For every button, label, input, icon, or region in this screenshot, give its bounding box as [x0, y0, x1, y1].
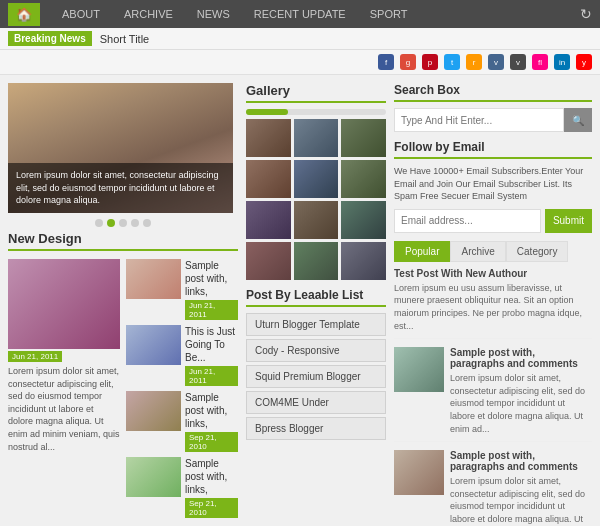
- dot-5[interactable]: [143, 219, 151, 227]
- gallery-thumb-11[interactable]: [294, 242, 339, 280]
- right-post-0-title: Test Post With New Authour: [394, 268, 592, 279]
- side-item-2-date: Sep 21, 2010: [185, 432, 238, 452]
- side-item-1: This is Just Going To Be... Jun 21, 2011: [126, 325, 238, 386]
- side-item-3: Sample post with, links, Sep 21, 2010: [126, 457, 238, 518]
- social-icons-row: f g p t r v v fl in y: [0, 50, 600, 75]
- linkedin-icon[interactable]: in: [554, 54, 570, 70]
- flickr-icon[interactable]: fl: [532, 54, 548, 70]
- new-design-large-item: Jun 21, 2011 Lorem ipsum dolor sit amet,…: [8, 259, 120, 518]
- tab-popular[interactable]: Popular: [394, 241, 450, 262]
- search-bar: 🔍: [394, 108, 592, 132]
- side-item-1-title: This is Just Going To Be...: [185, 325, 238, 364]
- nav-recent-update[interactable]: RECENT UPDATE: [242, 0, 358, 28]
- right-post-2-content: Sample post with, paragraphs and comment…: [450, 450, 592, 526]
- post-list-item-4[interactable]: Bpress Blogger: [246, 417, 386, 440]
- youtube-icon[interactable]: y: [576, 54, 592, 70]
- hero-overlay: Lorem ipsum dolor sit amet, consectetur …: [8, 163, 233, 213]
- side-item-1-date: Jun 21, 2011: [185, 366, 238, 386]
- facebook-icon[interactable]: f: [378, 54, 394, 70]
- right-post-2-title: Sample post with, paragraphs and comment…: [450, 450, 592, 472]
- dot-3[interactable]: [119, 219, 127, 227]
- side-item-3-title: Sample post with, links,: [185, 457, 238, 496]
- nav-sport[interactable]: SPORT: [358, 0, 420, 28]
- right-post-2: Sample post with, paragraphs and comment…: [394, 450, 592, 526]
- scroll-thumb: [246, 109, 288, 115]
- gallery-thumb-7[interactable]: [246, 201, 291, 239]
- post-list-title: Post By Leaable List: [246, 288, 386, 307]
- nav-about[interactable]: ABOUT: [50, 0, 112, 28]
- rss-icon[interactable]: r: [466, 54, 482, 70]
- gallery-scrollbar: [246, 109, 386, 115]
- side-item-2-info: Sample post with, links, Sep 21, 2010: [185, 391, 238, 452]
- refresh-icon[interactable]: ↻: [580, 6, 592, 22]
- side-item-3-date: Sep 21, 2010: [185, 498, 238, 518]
- gallery-thumb-1[interactable]: [246, 119, 291, 157]
- gallery-thumb-9[interactable]: [341, 201, 386, 239]
- right-post-1-title: Sample post with, paragraphs and comment…: [450, 347, 592, 369]
- search-title: Search Box: [394, 83, 592, 102]
- submit-button[interactable]: Submit: [545, 209, 592, 233]
- nav-news[interactable]: NEWS: [185, 0, 242, 28]
- gallery-thumb-2[interactable]: [294, 119, 339, 157]
- main-container: Lorem ipsum dolor sit amet, consectetur …: [0, 75, 600, 526]
- side-item-2-image: [126, 391, 181, 431]
- slideshow-dots: [8, 219, 238, 227]
- side-item-1-info: This is Just Going To Be... Jun 21, 2011: [185, 325, 238, 386]
- tab-category[interactable]: Category: [506, 241, 569, 262]
- post-list-item-1[interactable]: Cody - Responsive: [246, 339, 386, 362]
- dot-1[interactable]: [95, 219, 103, 227]
- middle-column: Gallery Post By Leaable List Uturn Blogg…: [246, 83, 386, 526]
- gallery-thumb-12[interactable]: [341, 242, 386, 280]
- right-post-1: Sample post with, paragraphs and comment…: [394, 347, 592, 442]
- search-input[interactable]: [394, 108, 564, 132]
- hero-slideshow: Lorem ipsum dolor sit amet, consectetur …: [8, 83, 233, 213]
- right-post-1-content: Sample post with, paragraphs and comment…: [450, 347, 592, 435]
- left-column: Lorem ipsum dolor sit amet, consectetur …: [8, 83, 238, 526]
- gallery-thumb-10[interactable]: [246, 242, 291, 280]
- scroll-track[interactable]: [246, 109, 386, 115]
- side-item-3-image: [126, 457, 181, 497]
- right-post-2-text: Lorem ipsum dolor sit amet, consectetur …: [450, 475, 592, 526]
- post-list-item-3[interactable]: COM4ME Under: [246, 391, 386, 414]
- pinterest-icon[interactable]: p: [422, 54, 438, 70]
- gallery-thumb-3[interactable]: [341, 119, 386, 157]
- side-item-0-image: [126, 259, 181, 299]
- right-post-0-text: Lorem ipsum eu usu assum liberavisse, ut…: [394, 282, 592, 332]
- gallery-thumb-4[interactable]: [246, 160, 291, 198]
- gallery-title: Gallery: [246, 83, 386, 103]
- nav-items: ABOUT ARCHIVE NEWS RECENT UPDATE SPORT: [50, 0, 580, 28]
- gallery-thumb-8[interactable]: [294, 201, 339, 239]
- vine-icon[interactable]: v: [510, 54, 526, 70]
- right-column: Search Box 🔍 Follow by Email We Have 100…: [394, 83, 592, 526]
- gallery-grid: [246, 119, 386, 280]
- post-list-item-0[interactable]: Uturn Blogger Template: [246, 313, 386, 336]
- gallery-thumb-6[interactable]: [341, 160, 386, 198]
- breaking-news-text: Short Title: [100, 33, 150, 45]
- hero-text: Lorem ipsum dolor sit amet, consectetur …: [16, 169, 225, 207]
- header: 🏠 ABOUT ARCHIVE NEWS RECENT UPDATE SPORT…: [0, 0, 600, 28]
- twitter-icon[interactable]: t: [444, 54, 460, 70]
- dot-4[interactable]: [131, 219, 139, 227]
- googleplus-icon[interactable]: g: [400, 54, 416, 70]
- side-item-3-info: Sample post with, links, Sep 21, 2010: [185, 457, 238, 518]
- gallery-thumb-5[interactable]: [294, 160, 339, 198]
- large-item-image: [8, 259, 120, 349]
- large-item-text: Lorem ipsum dolor sit amet, consectetur …: [8, 365, 120, 453]
- email-row: Submit: [394, 209, 592, 233]
- logo[interactable]: 🏠: [8, 3, 40, 26]
- breaking-news-label: Breaking News: [8, 31, 92, 46]
- vk-icon[interactable]: v: [488, 54, 504, 70]
- side-item-0-date: Jun 21, 2011: [185, 300, 238, 320]
- side-item-2-title: Sample post with, links,: [185, 391, 238, 430]
- side-item-2: Sample post with, links, Sep 21, 2010: [126, 391, 238, 452]
- side-item-0-title: Sample post with, links,: [185, 259, 238, 298]
- follow-email-description: We Have 10000+ Email Subscribers.Enter Y…: [394, 165, 592, 203]
- email-input[interactable]: [394, 209, 541, 233]
- right-post-0: Test Post With New Authour Lorem ipsum e…: [394, 268, 592, 339]
- search-button[interactable]: 🔍: [564, 108, 592, 132]
- tab-archive[interactable]: Archive: [450, 241, 505, 262]
- search-box: Search Box 🔍: [394, 83, 592, 132]
- nav-archive[interactable]: ARCHIVE: [112, 0, 185, 28]
- dot-2[interactable]: [107, 219, 115, 227]
- post-list-item-2[interactable]: Squid Premium Blogger: [246, 365, 386, 388]
